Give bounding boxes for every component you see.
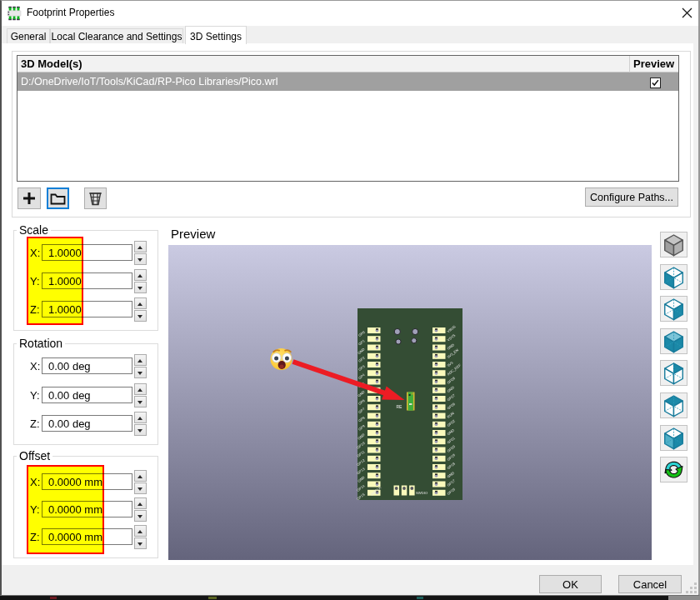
svg-text:SWDIO: SWDIO bbox=[416, 491, 428, 495]
svg-text:RE: RE bbox=[397, 404, 403, 409]
